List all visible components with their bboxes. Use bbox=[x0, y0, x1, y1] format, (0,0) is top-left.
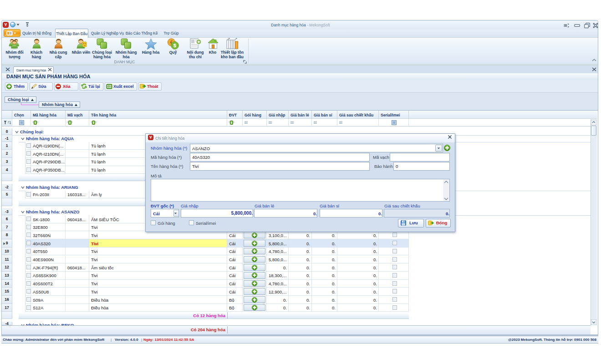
svg-text:$: $ bbox=[173, 43, 176, 48]
